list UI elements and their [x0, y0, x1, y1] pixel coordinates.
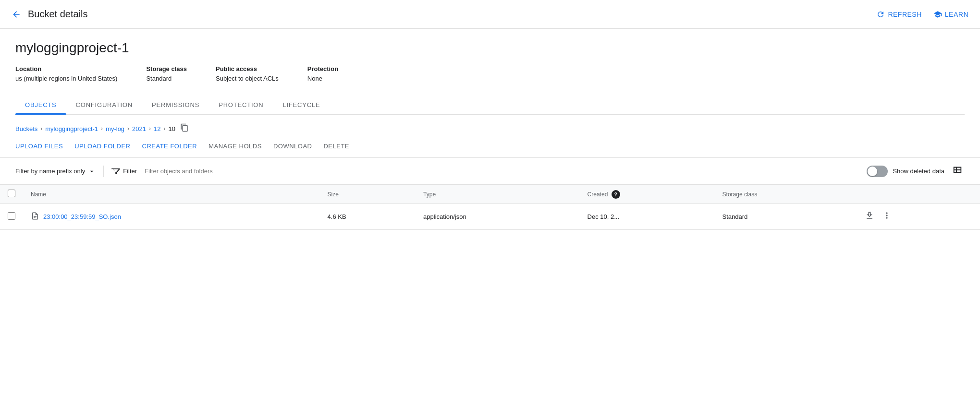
- back-button[interactable]: [12, 10, 21, 19]
- created-help-icon[interactable]: ?: [612, 190, 620, 199]
- objects-table: Name Size Type Created ? Storage class: [0, 185, 980, 230]
- breadcrumb-sep-4: ›: [149, 125, 151, 132]
- tab-lifecycle[interactable]: LIFECYCLE: [273, 96, 330, 114]
- storage-class-value: Standard: [146, 75, 172, 82]
- filter-divider: [103, 166, 104, 177]
- tabs: OBJECTS CONFIGURATION PERMISSIONS PROTEC…: [15, 96, 965, 115]
- refresh-button[interactable]: REFRESH: [876, 10, 921, 19]
- top-bar: Bucket details REFRESH LEARN: [0, 0, 980, 29]
- row-created: Dec 10, 2...: [580, 204, 715, 230]
- table-header-row: Name Size Type Created ? Storage class: [0, 185, 980, 204]
- header-size: Size: [320, 185, 416, 204]
- learn-button[interactable]: LEARN: [933, 10, 968, 19]
- breadcrumb: Buckets › myloggingproject-1 › my-log › …: [0, 115, 980, 139]
- breadcrumb-12[interactable]: 12: [154, 125, 160, 132]
- select-all-checkbox[interactable]: [8, 190, 15, 197]
- breadcrumb-10: 10: [169, 125, 175, 132]
- row-checkbox[interactable]: [8, 212, 15, 220]
- tab-objects[interactable]: OBJECTS: [15, 96, 66, 114]
- top-bar-right: REFRESH LEARN: [876, 10, 968, 19]
- meta-location: Location us (multiple regions in United …: [15, 65, 117, 82]
- breadcrumb-buckets[interactable]: Buckets: [15, 125, 37, 132]
- header-type: Type: [416, 185, 580, 204]
- filter-icon-area: Filter: [111, 167, 137, 176]
- table-container: Name Size Type Created ? Storage class: [0, 185, 980, 230]
- bucket-name: myloggingproject-1: [15, 40, 965, 56]
- header-storage-class: Storage class: [715, 185, 856, 204]
- top-bar-left: Bucket details: [12, 9, 88, 20]
- tab-permissions[interactable]: PERMISSIONS: [142, 96, 209, 114]
- action-bar: UPLOAD FILES UPLOAD FOLDER CREATE FOLDER…: [0, 139, 980, 157]
- row-checkbox-cell: [0, 204, 23, 230]
- row-size: 4.6 KB: [320, 204, 416, 230]
- filter-input[interactable]: [145, 168, 859, 175]
- storage-class-label: Storage class: [146, 65, 187, 72]
- page-title: Bucket details: [28, 9, 88, 20]
- show-deleted-toggle-container: Show deleted data: [867, 166, 944, 177]
- breadcrumb-2021[interactable]: 2021: [132, 125, 146, 132]
- filter-prefix-label: Filter by name prefix only: [15, 168, 85, 175]
- row-more-button[interactable]: [881, 210, 893, 224]
- bucket-meta: Location us (multiple regions in United …: [15, 65, 965, 82]
- create-folder-button[interactable]: CREATE FOLDER: [142, 143, 197, 150]
- row-filename[interactable]: 23:00:00_23:59:59_SO.json: [43, 213, 121, 220]
- download-button[interactable]: DOWNLOAD: [273, 143, 312, 150]
- filter-bar: Filter by name prefix only Filter Show d…: [0, 157, 980, 185]
- toggle-slider: [867, 166, 888, 177]
- show-deleted-toggle[interactable]: [867, 166, 888, 177]
- header-row-actions: [856, 185, 980, 204]
- row-download-button[interactable]: [864, 210, 875, 224]
- breadcrumb-sep-1: ›: [40, 125, 42, 132]
- header-checkbox-cell: [0, 185, 23, 204]
- meta-protection: Protection None: [307, 65, 338, 82]
- filter-right: Show deleted data: [867, 163, 965, 180]
- table-row: 23:00:00_23:59:59_SO.json 4.6 KB applica…: [0, 204, 980, 230]
- meta-storage-class: Storage class Standard: [146, 65, 187, 82]
- protection-label: Protection: [307, 65, 338, 72]
- meta-public-access: Public access Subject to object ACLs: [216, 65, 279, 82]
- upload-files-button[interactable]: UPLOAD FILES: [15, 143, 63, 150]
- public-access-label: Public access: [216, 65, 279, 72]
- row-name: 23:00:00_23:59:59_SO.json: [23, 204, 320, 230]
- breadcrumb-sep-2: ›: [101, 125, 103, 132]
- row-actions-cell: [856, 204, 980, 230]
- content-area: myloggingproject-1 Location us (multiple…: [0, 29, 980, 115]
- breadcrumb-sep-5: ›: [164, 125, 166, 132]
- filter-label: Filter: [123, 168, 137, 175]
- breadcrumb-sep-3: ›: [127, 125, 129, 132]
- protection-value: None: [307, 75, 322, 82]
- location-value: us (multiple regions in United States): [15, 75, 117, 82]
- file-icon: [31, 212, 39, 222]
- manage-holds-button[interactable]: MANAGE HOLDS: [208, 143, 262, 150]
- filter-prefix-button[interactable]: Filter by name prefix only: [15, 168, 96, 175]
- columns-toggle-button[interactable]: [950, 163, 965, 180]
- breadcrumb-mylog[interactable]: my-log: [106, 125, 124, 132]
- tab-configuration[interactable]: CONFIGURATION: [66, 96, 143, 114]
- upload-folder-button[interactable]: UPLOAD FOLDER: [74, 143, 130, 150]
- row-type: application/json: [416, 204, 580, 230]
- row-storage-class: Standard: [715, 204, 856, 230]
- header-created: Created ?: [580, 185, 715, 204]
- location-label: Location: [15, 65, 117, 72]
- copy-path-button[interactable]: [178, 122, 191, 135]
- public-access-value: Subject to object ACLs: [216, 75, 279, 82]
- show-deleted-label: Show deleted data: [893, 168, 944, 175]
- breadcrumb-project[interactable]: myloggingproject-1: [45, 125, 98, 132]
- tab-protection[interactable]: PROTECTION: [209, 96, 273, 114]
- delete-button[interactable]: DELETE: [323, 143, 349, 150]
- header-name: Name: [23, 185, 320, 204]
